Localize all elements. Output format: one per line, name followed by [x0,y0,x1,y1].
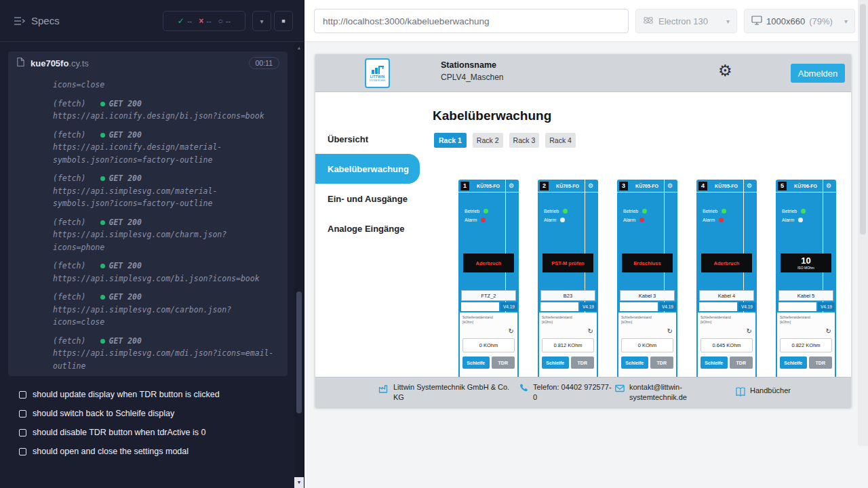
runner-scrollbar[interactable]: ▲ ▼ [294,42,304,488]
version-row: V4.19 [696,302,757,311]
footer-manuals[interactable]: Handbücher [735,386,791,400]
schleife-button[interactable]: Schleife [621,357,648,369]
browser-bar: Electron 130 ▾ 1000x660 (79%) ▾ [304,0,868,42]
chevron-down-icon: ▾ [260,18,263,25]
device-card: 3 KÜ705-FO ⚙ Betrieb Alarm Erdschluss Ka… [617,180,677,377]
cable-name-field[interactable]: B23 [540,290,595,301]
tdr-button[interactable]: TDR [730,357,753,369]
app-scrollbar[interactable] [858,0,868,446]
device-card: 4 KÜ705-FO ⚙ Betrieb Alarm Aderbruch Kab… [696,180,757,377]
test-item[interactable]: should disable TDR button when tdrActive… [0,423,294,442]
schleife-button[interactable]: Schleife [780,357,807,369]
refresh-icon[interactable]: ↻ [588,327,593,335]
firmware-version: V4.19 [818,302,835,311]
chevron-down-icon: ▾ [726,18,730,25]
cable-name-field[interactable]: Kabel 5 [778,290,833,301]
tab-rack-3[interactable]: Rack 3 [509,133,540,148]
expand-specs-icon[interactable] [14,16,26,28]
settings-gear-icon[interactable]: ⚙ [718,63,732,79]
cable-name-field[interactable]: FTZ_2 [461,290,516,301]
log-entry[interactable]: (fetch)GET 200 https://api.simplesvg.com… [53,260,278,285]
tdr-button[interactable]: TDR [809,357,832,369]
card-gear-icon[interactable]: ⚙ [823,182,834,189]
sidebar-item-uebersicht[interactable]: Übersicht [315,124,431,154]
email-icon [614,383,625,396]
log-entry[interactable]: (fetch)GET 200 https://api.simplesvg.com… [53,335,278,373]
sidebar-item-kabelueberwachung[interactable]: Kabelüberwachung [315,154,420,184]
schleife-button[interactable]: Schleife [462,357,490,369]
test-state-icon [19,448,26,455]
refresh-icon[interactable]: ↻ [667,327,673,335]
sidebar-item-ein-und-ausgaenge[interactable]: Ein- und Ausgänge [315,184,431,214]
sidebar: Übersicht Kabelüberwachung Ein- und Ausg… [315,92,431,377]
scroll-down-icon[interactable]: ▼ [294,477,304,488]
slot-number: 3 [619,182,628,190]
viewport-select[interactable]: 1000x660 (79%) ▾ [744,9,855,33]
scrollbar-thumb[interactable] [296,291,302,413]
scrollbar-thumb[interactable] [860,4,866,235]
footer-company[interactable]: Littwin Systemtechnik GmbH & Co. KG [378,382,519,402]
success-dot-icon [100,220,105,225]
log-tag: (fetch) [53,292,85,302]
url-input[interactable] [314,9,629,33]
betrieb-led [484,209,488,214]
refresh-icon[interactable]: ↻ [826,327,831,335]
tdr-button[interactable]: TDR [492,357,515,369]
page-title: Kabelüberwachung [433,108,551,123]
log-entry[interactable]: (fetch)GET 200 https://api.simplesvg.com… [53,216,278,254]
tab-rack-2[interactable]: Rack 2 [473,133,503,148]
tab-rack-1[interactable]: Rack 1 [434,133,467,148]
card-gear-icon[interactable]: ⚙ [506,182,517,189]
device-card: 1 KÜ705-FO ⚙ Betrieb Alarm Aderbruch FTZ… [458,180,519,377]
main-content: Kabelüberwachung Rack 1 Rack 2 Rack 3 Ra… [431,92,851,377]
device-model: KÜ705-FO [709,184,744,188]
schleife-button[interactable]: Schleife [542,357,569,369]
log-entry[interactable]: (fetch)GET 200 https://api.simplesvg.com… [53,172,278,210]
spec-header[interactable]: kue705fo.cy.ts 00:11 [8,52,288,75]
collapse-button[interactable]: ▾ [252,11,271,31]
success-dot-icon [100,264,105,268]
log-tag: (fetch) [53,336,85,346]
refresh-icon[interactable]: ↻ [509,327,514,335]
test-list: should update display when TDR button is… [0,385,294,461]
measurement-panel: Schleifenwiderstand [kOhm] ↻ 0.812 KOhm … [539,312,597,377]
tab-rack-4[interactable]: Rack 4 [545,133,576,148]
stop-button[interactable]: ■ [274,11,293,31]
status-display: Erdschluss [622,253,673,272]
log-entry[interactable]: (fetch)GET 200 https://api.simplesvg.com… [53,291,278,329]
cable-name-field[interactable]: Kabel 4 [699,290,754,301]
cable-name-field[interactable]: Kabel 3 [620,290,675,301]
tdr-button[interactable]: TDR [650,357,673,369]
led-block: Betrieb Alarm [617,207,677,224]
card-gear-icon[interactable]: ⚙ [744,182,755,189]
measurement-value: 0 KOhm [462,338,515,352]
footer-email[interactable]: kontakt@littwin-systemtechnik.de [614,382,709,402]
logo-text: LITTWIN [370,75,385,79]
phone-icon [519,383,529,396]
version-row: V4.19 [776,302,836,311]
refresh-icon[interactable]: ↻ [747,327,752,335]
browser-select[interactable]: Electron 130 ▾ [635,9,737,33]
sidebar-item-analoge-eingaenge[interactable]: Analoge Eingänge [315,214,431,243]
measurement-label: Schleifenwiderstand [kOhm] [542,315,581,324]
card-gear-icon[interactable]: ⚙ [665,182,675,189]
test-item[interactable]: should switch back to Schleife display [0,404,294,423]
test-item[interactable]: should open and close the settings modal [0,442,294,461]
log-url-partial: icons=close [53,79,278,92]
scroll-up-icon[interactable]: ▲ [294,43,304,53]
footer-phone[interactable]: Telefon: 04402 972577-0 [519,382,614,402]
specs-label: Specs [31,15,60,26]
device-model: KÜ705-FO [471,184,506,188]
test-item[interactable]: should update display when TDR button is… [0,385,294,404]
logout-button[interactable]: Abmelden [791,64,845,83]
schleife-button[interactable]: Schleife [701,357,728,369]
log-entry[interactable]: (fetch)GET 200 https://api.iconify.desig… [53,129,278,167]
alarm-label: Alarm [782,218,794,222]
measurement-label: Schleifenwiderstand [kOhm] [701,315,740,324]
measurement-panel: Schleifenwiderstand [kOhm] ↻ 0.822 KOhm … [777,312,835,377]
tdr-button[interactable]: TDR [571,357,594,369]
card-gear-icon[interactable]: ⚙ [585,182,596,189]
log-url: https://api.simplesvg.com/material-symbo… [53,185,278,210]
log-entry[interactable]: (fetch)GET 200 https://api.iconify.desig… [53,98,278,123]
alarm-led [481,218,486,222]
